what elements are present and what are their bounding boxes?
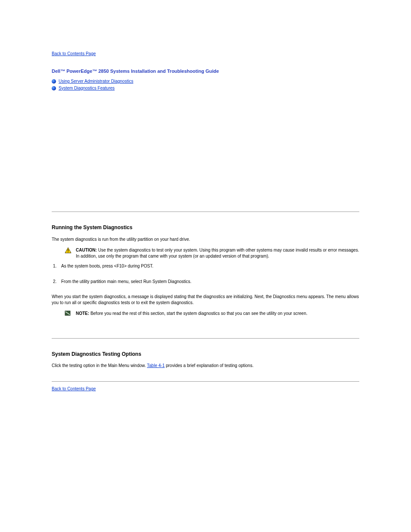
back-to-contents-bottom[interactable]: Back to Contents Page (52, 386, 96, 391)
bullet-icon (52, 86, 56, 90)
step-1: As the system boots, press <F10> during … (58, 263, 359, 269)
step-2: From the utility partition main menu, se… (58, 279, 359, 285)
back-to-contents-top[interactable]: Back to Contents Page (52, 51, 96, 56)
doc-title: Dell™ PowerEdge™ 2850 Systems Installati… (52, 68, 359, 75)
note-callout: NOTE: Before you read the rest of this s… (65, 311, 359, 317)
svg-rect-2 (68, 252, 68, 252)
toc-link-server-admin[interactable]: Using Server Administrator Diagnostics (59, 78, 133, 84)
testing-options-p1-prefix: Click the testing option in the Main Men… (52, 363, 147, 368)
toc-link-sys-diag-features[interactable]: System Diagnostics Features (59, 85, 115, 91)
section-heading-running: Running the System Diagnostics (52, 212, 359, 231)
testing-options-p1-suffix: provides a brief explanation of testing … (165, 363, 253, 368)
running-steps: As the system boots, press <F10> during … (58, 263, 359, 284)
note-label: NOTE: (76, 311, 90, 316)
note-icon (65, 311, 74, 316)
running-p2: When you start the system diagnostics, a… (52, 294, 359, 305)
caution-callout: CAUTION: Use the system diagnostics to t… (65, 247, 359, 259)
note-text: Before you read the rest of this section… (90, 311, 308, 316)
bullet-icon (52, 79, 56, 84)
caution-label: CAUTION: (76, 248, 98, 252)
section-heading-testing-options: System Diagnostics Testing Options (52, 338, 359, 358)
caution-icon (65, 247, 74, 253)
svg-rect-1 (68, 249, 68, 251)
toc: Using Server Administrator Diagnostics S… (52, 78, 359, 91)
table-4-1-link[interactable]: Table 4-1 (147, 363, 165, 368)
caution-text: Use the system diagnostics to test only … (76, 248, 359, 258)
testing-options-p1: Click the testing option in the Main Men… (52, 363, 359, 369)
running-p1: The system diagnostics is run from the u… (52, 236, 359, 243)
